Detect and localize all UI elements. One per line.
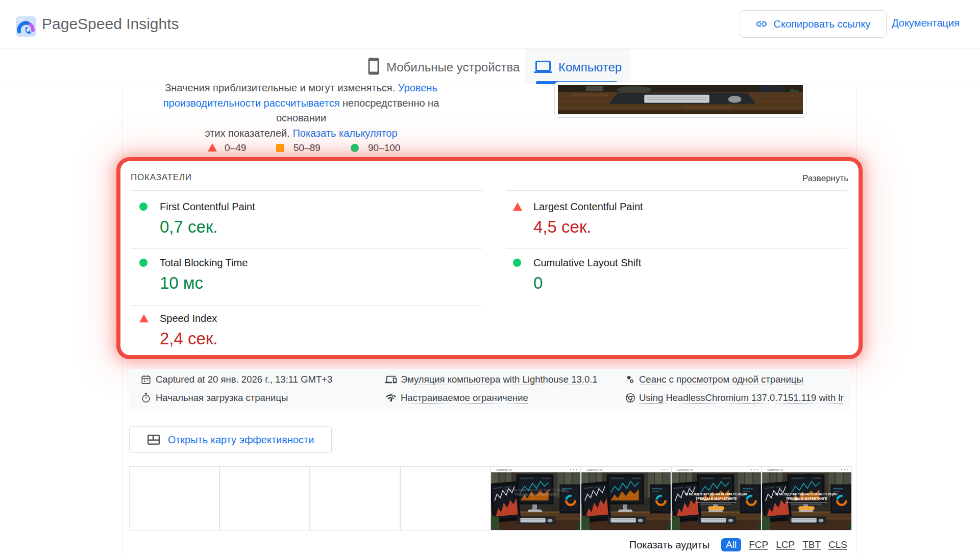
- metric-name: Speed Index: [160, 312, 476, 324]
- audit-filter-tbt[interactable]: TBT: [802, 539, 821, 550]
- chromium-version-text[interactable]: Using HeadlessChromium 137.0.7151.119 wi…: [639, 392, 844, 404]
- legend-good-circle-icon: [351, 144, 359, 152]
- captured-at-text: Captured at 20 янв. 2026 г., 13:11 GMT+3: [156, 374, 332, 385]
- link-icon: [755, 18, 768, 30]
- stopwatch-icon: [140, 392, 152, 404]
- audit-filter-lcp[interactable]: LCP: [776, 539, 795, 550]
- laptop-icon: [534, 58, 552, 78]
- thumb-site-name: COMPANY 24: [677, 469, 693, 471]
- thumb-site-name: COMPANY 24: [496, 469, 512, 471]
- poor-triangle-icon: [513, 203, 522, 211]
- metric-name: Cumulative Layout Shift: [533, 257, 850, 269]
- metrics-divider: [131, 190, 482, 191]
- open-treemap-button[interactable]: Открыть карту эффективности: [129, 426, 332, 453]
- tab-mobile-label[interactable]: Мобильные устройства: [386, 60, 520, 74]
- svg-text:ТРЕНДЫ В МАРКЕТИНГЕ: ТРЕНДЫ В МАРКЕТИНГЕ: [515, 493, 556, 497]
- thumb-cta-button: [708, 506, 724, 510]
- metrics-panel-title: ПОКАЗАТЕЛИ: [131, 172, 192, 183]
- copy-link-button[interactable]: Скопировать ссылку: [740, 10, 887, 38]
- audit-filter-cls[interactable]: CLS: [828, 539, 847, 550]
- metrics-divider: [506, 190, 847, 191]
- filmstrip-frame-empty: [219, 466, 310, 531]
- performance-score-link[interactable]: Уровень: [398, 82, 437, 93]
- score-disclaimer-text: Значения приблизительные и могут изменят…: [143, 81, 459, 141]
- smartphone-icon: [364, 57, 383, 78]
- thumb-cta-button: [798, 506, 814, 510]
- header-divider: [0, 48, 980, 48]
- copy-link-label: Скопировать ссылку: [773, 18, 870, 30]
- expand-metrics-button[interactable]: Развернуть: [802, 173, 848, 184]
- filmstrip-frame-empty: [400, 466, 491, 531]
- good-circle-icon: [139, 259, 148, 267]
- poor-triangle-icon: [139, 314, 149, 322]
- filmstrip-frame-screenshot: COMPANY 24 III МЕЖДУНАРОДНАЯ КОНФЕРЕНЦИЯ…: [762, 466, 852, 531]
- calendar-icon: [140, 374, 152, 385]
- svg-text:ТРЕНДЫ В МАРКЕТИНГЕ: ТРЕНДЫ В МАРКЕТИНГЕ: [786, 497, 827, 501]
- metric-value: 10 мс: [160, 273, 476, 293]
- filmstrip-frame-empty: [310, 466, 400, 531]
- svg-text:III МЕЖДУНАРОДНАЯ КОНФЕРЕНЦИЯ: III МЕЖДУНАРОДНАЯ КОНФЕРЕНЦИЯ: [685, 492, 747, 496]
- throttling-icon: [385, 392, 397, 404]
- chrome-icon: [625, 392, 636, 404]
- initial-page-load-text: Начальная загрузка страницы: [156, 392, 288, 404]
- metric-value: 4,5 сек.: [533, 217, 850, 237]
- legend-good-label: 90–100: [368, 142, 400, 154]
- metric-fcp: First Contentful Paint 0,7 сек.: [139, 200, 476, 237]
- metric-name: Total Blocking Time: [160, 257, 476, 269]
- audit-filter-all[interactable]: All: [721, 538, 741, 551]
- show-audits-bar: Показать аудиты All FCP LCP TBT CLS: [629, 537, 847, 552]
- metric-value: 2,4 сек.: [160, 329, 476, 348]
- treemap-icon: [147, 433, 160, 446]
- page-title: PageSpeed Insights: [42, 15, 179, 33]
- tab-desktop-label[interactable]: Компьютер: [558, 60, 622, 74]
- performance-score-link-continued[interactable]: производительности рассчитывается: [163, 97, 340, 109]
- metric-cls: Cumulative Layout Shift 0: [513, 257, 850, 293]
- thumb-site-name: COMPANY 24: [767, 469, 783, 471]
- filmstrip-frame-empty: [129, 466, 219, 531]
- svg-text:ТРЕНДЫ В МАРКЕТИНГЕ: ТРЕНДЫ В МАРКЕТИНГЕ: [696, 497, 737, 501]
- desk-photo-thumbnail: [558, 85, 803, 114]
- svg-text:III МЕЖДУНАРОДНАЯ КОНФЕРЕНЦИЯ: III МЕЖДУНАРОДНАЯ КОНФЕРЕНЦИЯ: [504, 488, 567, 492]
- legend-poor-triangle-icon: [208, 143, 217, 152]
- filmstrip-frame-screenshot: COMPANY 24 III МЕЖДУНАРОДНАЯ КОНФЕРЕНЦИЯ…: [491, 466, 581, 531]
- legend-average-label: 50–89: [293, 142, 321, 154]
- svg-text:III МЕЖДУНАРОДНАЯ КОНФЕРЕНЦИЯ: III МЕЖДУНАРОДНАЯ КОНФЕРЕНЦИЯ: [775, 492, 838, 496]
- metric-lcp: Largest Contentful Paint 4,5 сек.: [513, 200, 850, 237]
- legend-average-square-icon: [276, 144, 284, 152]
- metric-tbt: Total Blocking Time 10 мс: [139, 257, 476, 293]
- thumb-site-name: COMPANY 24: [586, 469, 602, 471]
- emulation-icon: [385, 374, 397, 385]
- metrics-divider: [506, 248, 847, 249]
- emulation-text[interactable]: Эмуляция компьютера with Lighthouse 13.0…: [401, 374, 598, 385]
- filmstrip: COMPANY 24 III МЕЖДУНАРОДНАЯ КОНФЕРЕНЦИЯ…: [129, 466, 852, 531]
- show-calculator-link[interactable]: Показать калькулятор: [292, 128, 397, 139]
- good-circle-icon: [513, 259, 521, 267]
- good-circle-icon: [139, 203, 148, 211]
- metric-name: First Contentful Paint: [160, 200, 476, 213]
- metric-name: Largest Contentful Paint: [533, 200, 850, 213]
- filmstrip-frame-screenshot: COMPANY 24 III МЕЖДУНАРОДНАЯ КОНФЕРЕНЦИЯ…: [671, 466, 762, 531]
- metric-value: 0,7 сек.: [160, 217, 476, 237]
- metric-speed-index: Speed Index 2,4 сек.: [139, 312, 476, 348]
- documentation-link[interactable]: Документация: [892, 17, 960, 29]
- show-audits-label: Показать аудиты: [629, 539, 709, 551]
- audit-filter-fcp[interactable]: FCP: [749, 539, 768, 550]
- pagespeed-logo-icon: [16, 16, 36, 37]
- legend-poor-label: 0–49: [225, 142, 246, 154]
- single-page-session-text[interactable]: Сеанс с просмотром одной страницы: [639, 374, 803, 385]
- pagespeed-insights-page: PageSpeed Insights Скопировать ссылку До…: [0, 0, 980, 554]
- filmstrip-frame-screenshot: COMPANY 24: [581, 466, 671, 531]
- session-icon: [625, 374, 636, 385]
- metrics-divider: [131, 305, 482, 306]
- throttling-text[interactable]: Настраиваемое ограничение: [401, 392, 528, 404]
- open-treemap-label: Открыть карту эффективности: [168, 434, 314, 446]
- metric-value: 0: [533, 273, 850, 293]
- final-screenshot-preview: [554, 82, 806, 118]
- metrics-divider: [131, 248, 482, 249]
